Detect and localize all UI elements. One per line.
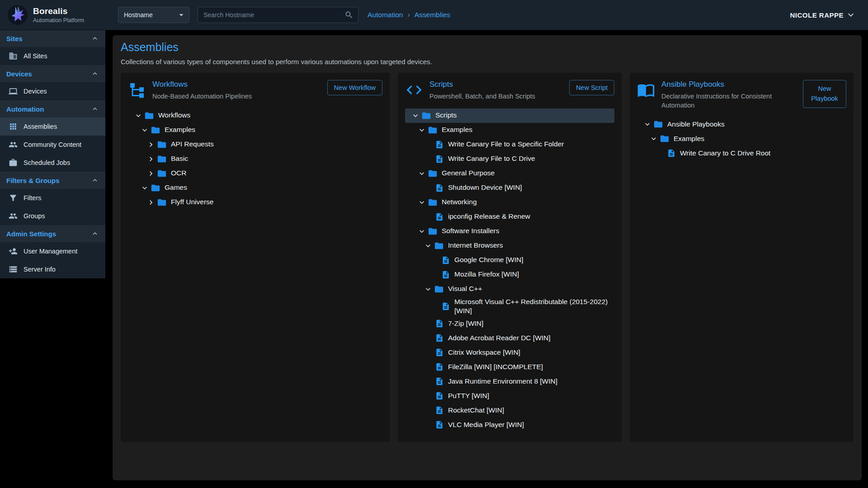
breadcrumb-automation[interactable]: Automation — [368, 11, 403, 19]
tree-label: Software Installers — [442, 226, 500, 235]
chevron-down-icon — [642, 120, 653, 129]
scripts-panel-header: Scripts Powershell, Batch, and Bash Scri… — [405, 80, 614, 101]
tree-label: Shutdown Device [WIN] — [448, 183, 522, 192]
tree-folder-ansible-playbooks[interactable]: Ansible Playbooks — [637, 117, 846, 131]
workflows-panel: Workflows Node-Based Automation Pipeline… — [121, 73, 390, 442]
tree-label: Mozilla Firefox [WIN] — [454, 270, 519, 279]
folder-icon — [157, 154, 167, 164]
sidebar-item-devices[interactable]: Devices — [0, 82, 105, 100]
sidebar-item-user-management[interactable]: User Management — [0, 242, 105, 260]
tree-folder-flyff-universe[interactable]: Flyff Universe — [128, 195, 382, 210]
tree-file-vlc-media-player-win[interactable]: VLC Media Player [WIN] — [405, 418, 614, 432]
tree-label: API Requests — [171, 140, 214, 149]
tree-file-google-chrome-win[interactable]: Google Chrome [WIN] — [405, 253, 614, 267]
tree-file-rocketchat-win[interactable]: RocketChat [WIN] — [405, 403, 614, 418]
sidebar-item-all-sites[interactable]: All Sites — [0, 47, 105, 65]
indent-spacer — [422, 362, 434, 371]
file-icon — [441, 302, 450, 311]
tree-folder-general-purpose[interactable]: General Purpose — [405, 166, 614, 181]
sidebar-item-assemblies[interactable]: Assemblies — [0, 117, 105, 136]
search-input[interactable] — [203, 11, 344, 19]
tree-file-write-canary-file-to-c-drive[interactable]: Write Canary File to C Drive — [405, 152, 614, 166]
sidebar-section-label: Sites — [6, 35, 23, 42]
file-icon — [435, 319, 444, 328]
sidebar-section-label: Devices — [6, 70, 32, 78]
tree-label: Java Runtime Environment 8 [WIN] — [448, 377, 557, 386]
scripts-tree: ScriptsExamplesWrite Canary File to a Sp… — [405, 108, 614, 432]
sidebar-section-sites[interactable]: Sites — [0, 30, 105, 47]
breadcrumb-separator-icon: › — [407, 11, 410, 19]
sidebar-section-automation[interactable]: Automation — [0, 100, 105, 117]
brand[interactable]: Borealis Automation Platform — [7, 5, 105, 25]
indent-spacer — [422, 155, 434, 164]
tree-file-write-canary-to-c-drive-root[interactable]: Write Canary to C Drive Root — [637, 146, 846, 160]
file-icon — [435, 348, 444, 357]
sidebar-item-filters[interactable]: Filters — [0, 189, 105, 207]
tree-folder-scripts[interactable]: Scripts — [405, 108, 614, 123]
tree-folder-examples[interactable]: Examples — [405, 123, 614, 137]
new-script-button[interactable]: New Script — [569, 80, 614, 95]
indent-spacer — [429, 256, 440, 265]
folder-icon — [434, 241, 444, 251]
community-icon — [9, 140, 18, 149]
tree-folder-examples[interactable]: Examples — [637, 131, 846, 146]
tree-folder-visual-c[interactable]: Visual C++ — [405, 282, 614, 296]
tree-folder-software-installers[interactable]: Software Installers — [405, 224, 614, 239]
tree-folder-internet-browsers[interactable]: Internet Browsers — [405, 239, 614, 253]
devices-icon — [9, 87, 18, 96]
tree-folder-workflows[interactable]: Workflows — [128, 108, 382, 123]
hostname-search[interactable] — [198, 7, 359, 23]
tree-label: PuTTY [WIN] — [448, 391, 489, 400]
tree-file-ipconfig-release-renew[interactable]: ipconfig Release & Renew — [405, 210, 614, 224]
hostname-dropdown[interactable]: Hostname — [118, 7, 189, 23]
app-root: Borealis Automation Platform Hostname Au… — [0, 0, 868, 488]
breadcrumb-assemblies[interactable]: Assemblies — [415, 11, 450, 19]
tree-file-adobe-acrobat-reader-dc-win[interactable]: Adobe Acrobat Reader DC [WIN] — [405, 331, 614, 345]
tree-file-mozilla-firefox-win[interactable]: Mozilla Firefox [WIN] — [405, 267, 614, 282]
tree-file-write-canary-file-to-a-specific-folder[interactable]: Write Canary File to a Specific Folder — [405, 137, 614, 152]
sidebar-section-filters-groups[interactable]: Filters & Groups — [0, 172, 105, 189]
chevron-down-icon — [422, 285, 434, 294]
tree-label: Workflows — [158, 111, 190, 120]
tree-folder-games[interactable]: Games — [128, 181, 382, 195]
tree-label: OCR — [171, 169, 186, 178]
sidebar-item-scheduled-jobs[interactable]: Scheduled Jobs — [0, 154, 105, 172]
new-playbook-button[interactable]: New Playbook — [803, 80, 846, 108]
tree-file-filezilla-win-incomplete[interactable]: FileZilla [WIN] [INCOMPLETE] — [405, 360, 614, 374]
sidebar-item-community-content[interactable]: Community Content — [0, 136, 105, 154]
sidebar-item-label: Filters — [24, 194, 41, 202]
sidebar-item-server-info[interactable]: Server Info — [0, 260, 105, 278]
chevron-down-icon — [416, 227, 428, 236]
tree-label: Citrix Workspace [WIN] — [448, 348, 520, 357]
server-info-icon — [9, 265, 18, 274]
file-icon — [435, 183, 444, 192]
sidebar-section-label: Admin Settings — [6, 230, 56, 238]
sidebar-section-devices[interactable]: Devices — [0, 65, 105, 82]
tree-folder-networking[interactable]: Networking — [405, 195, 614, 210]
search-icon — [344, 10, 354, 19]
tree-folder-ocr[interactable]: OCR — [128, 166, 382, 181]
tree-file-citrix-workspace-win[interactable]: Citrix Workspace [WIN] — [405, 345, 614, 360]
scripts-panel: Scripts Powershell, Batch, and Bash Scri… — [398, 73, 622, 442]
tree-folder-basic[interactable]: Basic — [128, 152, 382, 166]
indent-spacer — [429, 302, 440, 311]
sidebar-section-label: Filters & Groups — [6, 177, 60, 184]
file-icon — [435, 377, 444, 386]
chevron-down-icon — [845, 9, 856, 20]
new-workflow-button[interactable]: New Workflow — [327, 80, 382, 95]
tree-file-java-runtime-environment-8-win[interactable]: Java Runtime Environment 8 [WIN] — [405, 374, 614, 389]
chevron-right-icon — [145, 140, 157, 149]
tree-folder-examples[interactable]: Examples — [128, 123, 382, 137]
tree-file-shutdown-device-win[interactable]: Shutdown Device [WIN] — [405, 181, 614, 195]
tree-file-putty-win[interactable]: PuTTY [WIN] — [405, 389, 614, 403]
workflows-tree: WorkflowsExamplesAPI RequestsBasicOCRGam… — [128, 108, 382, 210]
tree-file-7-zip-win[interactable]: 7-Zip [WIN] — [405, 316, 614, 331]
sidebar-item-groups[interactable]: Groups — [0, 207, 105, 225]
sidebar-section-admin-settings[interactable]: Admin Settings — [0, 225, 105, 242]
user-menu[interactable]: NICOLE RAPPE — [790, 9, 856, 20]
tree-file-microsoft-visual-c-redistributable-2015-2022-win[interactable]: Microsoft Visual C++ Redistributable (20… — [405, 296, 614, 316]
file-icon — [435, 333, 444, 343]
tree-folder-api-requests[interactable]: API Requests — [128, 137, 382, 152]
workflows-panel-header: Workflows Node-Based Automation Pipeline… — [128, 80, 382, 101]
file-icon — [441, 256, 450, 265]
